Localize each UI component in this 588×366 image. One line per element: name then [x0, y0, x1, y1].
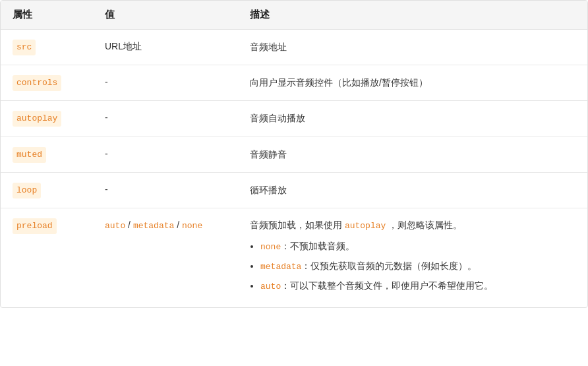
table-row: muted-音频静音	[1, 137, 587, 172]
table-row: controls-向用户显示音频控件（比如播放/暂停按钮）	[1, 65, 587, 101]
desc-cell: 音频静音	[238, 137, 587, 172]
desc-list: none：不预加载音频。metadata：仅预先获取音频的元数据（例如长度）。a…	[260, 239, 575, 294]
table-row: preloadauto / metadata / none音频预加载，如果使用 …	[1, 208, 587, 307]
val-cell: URL地址	[93, 30, 238, 65]
header-attr: 属性	[1, 1, 93, 30]
desc-text: 音频地址	[250, 42, 287, 52]
desc-code-autoplay: autoplay	[345, 221, 386, 231]
bullet-code: auto	[260, 282, 281, 291]
val-code: metadata	[133, 221, 174, 231]
val-cell: -	[93, 65, 238, 101]
attr-cell: loop	[1, 172, 93, 208]
bullet-code: none	[260, 242, 281, 252]
desc-cell: 音频预加载，如果使用 autoplay ，则忽略该属性。none：不预加载音频。…	[238, 208, 587, 307]
desc-text: 循环播放	[250, 185, 287, 195]
val-cell: auto / metadata / none	[93, 208, 238, 307]
attr-cell: autoplay	[1, 101, 93, 137]
attr-code: muted	[13, 147, 46, 163]
desc-intro: 音频预加载，如果使用 autoplay ，则忽略该属性。	[250, 218, 575, 233]
attr-cell: src	[1, 30, 93, 65]
desc-text: 音频静音	[250, 149, 287, 160]
header-desc: 描述	[238, 1, 587, 30]
desc-cell: 音频自动播放	[238, 101, 587, 137]
table-row: srcURL地址音频地址	[1, 30, 587, 65]
list-item: auto：可以下载整个音频文件，即使用户不希望使用它。	[260, 278, 575, 294]
desc-text: 向用户显示音频控件（比如播放/暂停按钮）	[250, 77, 428, 88]
attributes-table: 属性 值 描述 srcURL地址音频地址controls-向用户显示音频控件（比…	[0, 0, 588, 308]
attr-cell: muted	[1, 137, 93, 172]
list-item: metadata：仅预先获取音频的元数据（例如长度）。	[260, 259, 575, 274]
desc-text: 音频自动播放	[250, 113, 305, 123]
attr-code: autoplay	[13, 111, 61, 127]
val-code: none	[182, 221, 202, 231]
attr-cell: controls	[1, 65, 93, 101]
desc-cell: 循环播放	[238, 172, 587, 208]
list-item: none：不预加载音频。	[260, 239, 575, 255]
attr-cell: preload	[1, 208, 93, 307]
attr-code: controls	[13, 75, 61, 91]
attr-code: loop	[13, 183, 41, 198]
bullet-code: metadata	[260, 262, 301, 272]
desc-cell: 向用户显示音频控件（比如播放/暂停按钮）	[238, 65, 587, 101]
desc-cell: 音频地址	[238, 30, 587, 65]
val-code: auto	[105, 221, 125, 231]
header-val: 值	[93, 1, 238, 30]
table-row: loop-循环播放	[1, 172, 587, 208]
attr-code: preload	[13, 218, 57, 234]
val-cell: -	[93, 172, 238, 208]
table-header-row: 属性 值 描述	[1, 1, 587, 30]
val-cell: -	[93, 137, 238, 172]
val-cell: -	[93, 101, 238, 137]
table-row: autoplay-音频自动播放	[1, 101, 587, 137]
attr-code: src	[13, 40, 36, 55]
